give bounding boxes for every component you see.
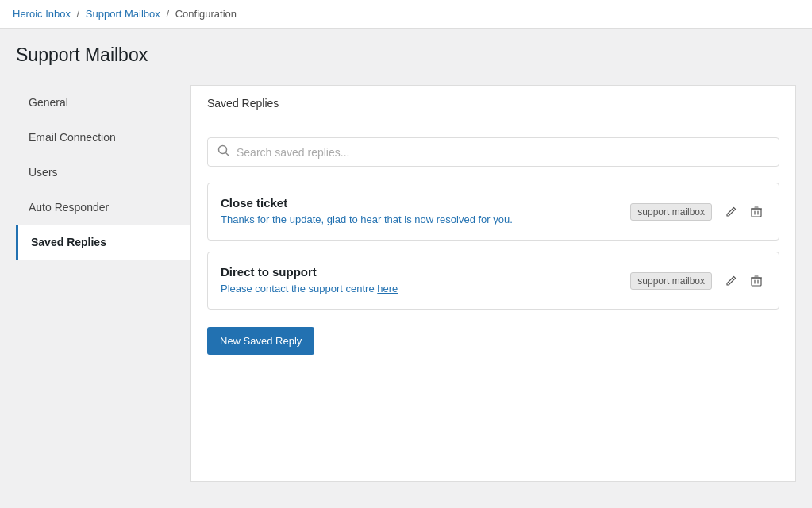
svg-line-8	[733, 278, 734, 279]
reply-preview-link[interactable]: here	[377, 283, 398, 294]
breadcrumb-support-mailbox[interactable]: Support Mailbox	[86, 8, 160, 20]
reply-preview-direct-to-support: Please contact the support centre here	[221, 282, 621, 296]
reply-title-close-ticket: Close ticket	[221, 196, 621, 210]
svg-line-2	[733, 209, 734, 210]
sidebar-item-email-connection[interactable]: Email Connection	[16, 120, 190, 155]
reply-actions-close-ticket	[722, 202, 766, 221]
page-wrapper: Support Mailbox General Email Connection…	[0, 29, 812, 508]
edit-button-close-ticket[interactable]	[722, 202, 741, 221]
section-header: Saved Replies	[191, 86, 795, 121]
reply-preview-close-ticket: Thanks for the update, glad to hear that…	[221, 213, 621, 227]
reply-card-close-ticket: Close ticket Thanks for the update, glad…	[207, 183, 779, 241]
breadcrumb-sep-1: /	[77, 8, 80, 20]
reply-title-direct-to-support: Direct to support	[221, 265, 621, 279]
edit-button-direct-to-support[interactable]	[722, 271, 741, 291]
search-wrapper	[207, 137, 779, 167]
page-title: Support Mailbox	[16, 44, 796, 66]
sidebar-item-saved-replies[interactable]: Saved Replies	[16, 225, 190, 260]
reply-tag-close-ticket: support mailbox	[630, 203, 712, 221]
sidebar-item-users[interactable]: Users	[16, 155, 190, 190]
layout: General Email Connection Users Auto Resp…	[16, 85, 796, 482]
svg-rect-9	[752, 278, 761, 286]
section-body: Close ticket Thanks for the update, glad…	[191, 121, 795, 371]
reply-preview-text: Please contact the support centre	[221, 283, 377, 294]
breadcrumb: Heroic Inbox / Support Mailbox / Configu…	[0, 0, 812, 29]
sidebar: General Email Connection Users Auto Resp…	[16, 85, 190, 482]
delete-button-close-ticket[interactable]	[747, 202, 766, 221]
svg-line-1	[226, 153, 229, 156]
breadcrumb-sep-2: /	[166, 8, 169, 20]
search-input[interactable]	[237, 146, 769, 159]
section-title: Saved Replies	[207, 97, 279, 110]
breadcrumb-heroic-inbox[interactable]: Heroic Inbox	[13, 8, 71, 20]
reply-info-direct-to-support: Direct to support Please contact the sup…	[221, 265, 621, 296]
reply-actions-direct-to-support	[722, 271, 766, 291]
delete-button-direct-to-support[interactable]	[747, 271, 766, 291]
main-content: Saved Replies Close ticket	[190, 85, 796, 482]
sidebar-item-general[interactable]: General	[16, 85, 190, 120]
reply-tag-direct-to-support: support mailbox	[630, 272, 712, 290]
reply-card-direct-to-support: Direct to support Please contact the sup…	[207, 252, 779, 310]
search-icon	[217, 144, 230, 160]
breadcrumb-configuration: Configuration	[175, 8, 237, 20]
svg-rect-3	[752, 209, 761, 217]
new-saved-reply-button[interactable]: New Saved Reply	[207, 327, 314, 355]
sidebar-item-auto-responder[interactable]: Auto Responder	[16, 190, 190, 225]
reply-info-close-ticket: Close ticket Thanks for the update, glad…	[221, 196, 621, 227]
